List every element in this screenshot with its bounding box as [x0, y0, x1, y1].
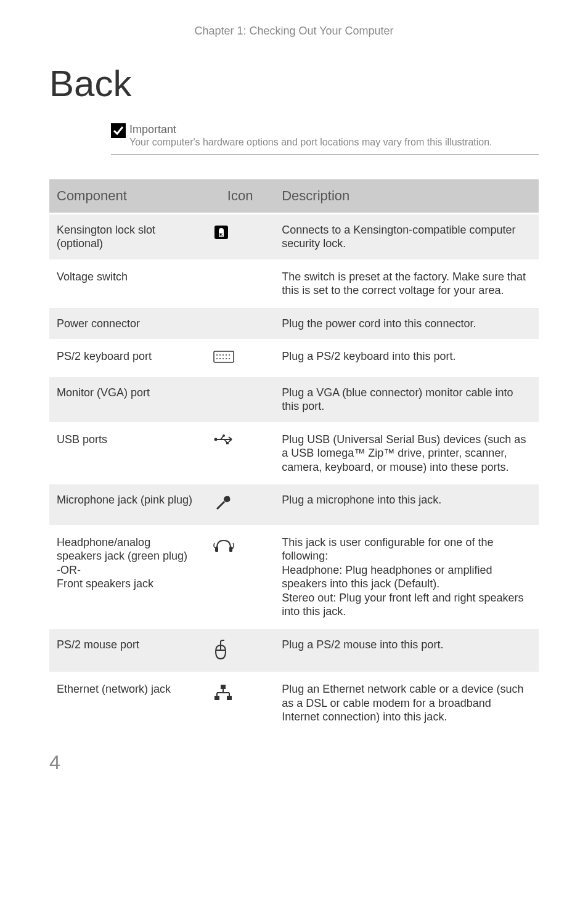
table-header-row: Component Icon Description	[49, 179, 539, 214]
svg-rect-19	[215, 547, 218, 552]
svg-point-5	[223, 354, 224, 356]
header-icon: Icon	[206, 179, 274, 214]
description-cell: Plug a PS/2 keyboard into this port.	[274, 340, 539, 377]
component-cell: Kensington lock slot (optional)	[49, 213, 206, 260]
component-cell: Microphone jack (pink plug)	[49, 484, 206, 526]
component-cell: USB ports	[49, 423, 206, 484]
svg-point-11	[226, 358, 227, 359]
table-row: Power connector Plug the power cord into…	[49, 307, 539, 340]
description-cell: Plug a PS/2 mouse into this port.	[274, 628, 539, 673]
description-cell: The switch is preset at the factory. Mak…	[274, 260, 539, 307]
component-cell: Voltage switch	[49, 260, 206, 307]
icon-cell	[206, 628, 274, 673]
svg-point-6	[226, 354, 227, 356]
svg-point-8	[216, 358, 218, 359]
svg-text:K: K	[219, 232, 223, 237]
component-cell: Headphone/analog speakers jack (green pl…	[49, 526, 206, 628]
mouse-icon	[213, 650, 228, 662]
page-number: 4	[49, 751, 539, 774]
table-row: Kensington lock slot (optional) K Connec…	[49, 213, 539, 260]
ports-table: Component Icon Description Kensington lo…	[49, 179, 539, 733]
icon-cell	[206, 307, 274, 340]
section-title: Back	[49, 62, 539, 105]
icon-cell	[206, 673, 274, 733]
component-cell: Ethernet (network) jack	[49, 673, 206, 733]
component-cell: Monitor (VGA) port	[49, 376, 206, 423]
table-row: Monitor (VGA) port Plug a VGA (blue conn…	[49, 376, 539, 423]
table-row: USB ports Plug USB (Universal Serial Bus…	[49, 423, 539, 484]
svg-rect-25	[227, 696, 232, 700]
description-cell: Plug the power cord into this connector.	[274, 307, 539, 340]
icon-cell	[206, 526, 274, 628]
table-row: Microphone jack (pink plug) Plug a micro…	[49, 484, 539, 526]
lock-icon: K	[213, 230, 229, 243]
description-cell: Connects to a Kensington-compatible comp…	[274, 213, 539, 260]
svg-point-12	[229, 358, 230, 359]
svg-point-3	[216, 354, 218, 356]
checkmark-icon	[111, 123, 126, 138]
svg-rect-16	[226, 442, 229, 444]
svg-line-18	[217, 502, 224, 509]
table-row: Headphone/analog speakers jack (green pl…	[49, 526, 539, 628]
icon-cell	[206, 423, 274, 484]
table-row: Ethernet (network) jack Plug an Ethernet…	[49, 673, 539, 733]
svg-point-7	[229, 354, 230, 356]
icon-cell: K	[206, 213, 274, 260]
table-row: Voltage switch The switch is preset at t…	[49, 260, 539, 307]
description-cell: This jack is user configurable for one o…	[274, 526, 539, 628]
component-cell: PS/2 mouse port	[49, 628, 206, 673]
component-cell: Power connector	[49, 307, 206, 340]
table-row: PS/2 keyboard port Plug a PS/2 keyboard …	[49, 340, 539, 377]
keyboard-icon	[213, 353, 234, 365]
callout-text: Your computer's hardware options and por…	[129, 136, 492, 149]
svg-rect-2	[214, 351, 234, 362]
description-cell: Plug an Ethernet network cable or a devi…	[274, 673, 539, 733]
svg-point-15	[223, 434, 225, 437]
icon-cell	[206, 484, 274, 526]
icon-cell	[206, 260, 274, 307]
network-icon	[213, 692, 233, 704]
svg-rect-24	[214, 696, 219, 700]
microphone-icon	[213, 503, 232, 515]
svg-point-10	[223, 358, 224, 359]
callout-title: Important	[129, 123, 492, 136]
header-component: Component	[49, 179, 206, 214]
headphone-icon	[213, 544, 234, 556]
icon-cell	[206, 376, 274, 423]
description-cell: Plug USB (Universal Serial Bus) devices …	[274, 423, 539, 484]
description-cell: Plug a microphone into this jack.	[274, 484, 539, 526]
svg-point-4	[219, 354, 221, 356]
important-callout: Important Your computer's hardware optio…	[111, 123, 539, 155]
usb-icon	[213, 435, 235, 447]
svg-point-9	[219, 358, 221, 359]
header-description: Description	[274, 179, 539, 214]
component-cell: PS/2 keyboard port	[49, 340, 206, 377]
description-cell: Plug a VGA (blue connector) monitor cabl…	[274, 376, 539, 423]
icon-cell	[206, 340, 274, 377]
svg-rect-23	[221, 685, 226, 689]
table-row: PS/2 mouse port Plug a PS/2 mouse into t…	[49, 628, 539, 673]
chapter-heading: Chapter 1: Checking Out Your Computer	[49, 25, 539, 38]
